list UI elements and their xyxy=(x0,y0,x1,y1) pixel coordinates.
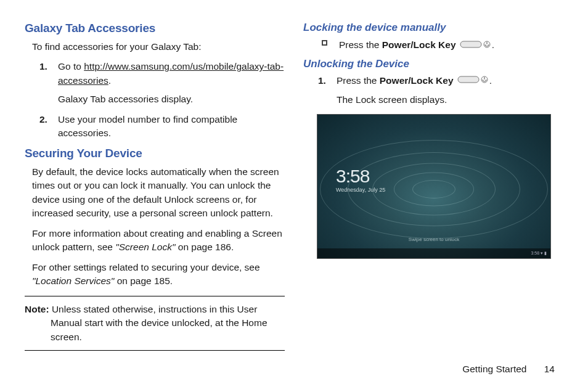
note-label: Note: xyxy=(25,304,49,314)
text: on page 185. xyxy=(114,276,173,286)
lock-time: 3:58 xyxy=(336,167,385,186)
heading-securing: Securing Your Device xyxy=(25,147,285,160)
svg-rect-3 xyxy=(458,76,479,83)
status-time: 3:58 xyxy=(531,251,539,255)
location-services-ref: "Location Services" xyxy=(32,276,114,286)
unlocking-steps: 1. Press the Power/Lock Key . The Lock s… xyxy=(318,74,563,107)
heading-accessories: Galaxy Tab Accessories xyxy=(25,22,285,35)
text: on page 186. xyxy=(175,242,234,252)
text: Press the xyxy=(339,39,382,50)
power-lock-key-icon xyxy=(460,38,491,52)
text: . xyxy=(492,39,494,50)
power-lock-key-icon xyxy=(457,74,488,88)
text: Press the xyxy=(337,75,380,86)
left-column: Galaxy Tab Accessories To find accessori… xyxy=(25,22,285,351)
svg-rect-0 xyxy=(460,41,481,47)
samsung-accessories-link[interactable]: http://www.samsung.com/us/mobile/galaxy-… xyxy=(58,61,284,85)
securing-p3: For other settings related to securing y… xyxy=(32,261,285,288)
locking-bullets: Press the Power/Lock Key . xyxy=(322,38,563,53)
note-block: Note: Unless stated otherwise, instructi… xyxy=(25,296,285,351)
lock-screen-screenshot: 3:58 Wednesday, July 25 Swipe screen to … xyxy=(317,114,551,259)
text: Go to xyxy=(58,61,84,71)
right-column: Locking the device manually Press the Po… xyxy=(303,22,563,351)
power-lock-key-label: Power/Lock Key xyxy=(380,75,454,86)
step-number: 1. xyxy=(318,74,326,88)
heading-locking: Locking the device manually xyxy=(303,22,563,34)
page-number: 14 xyxy=(544,364,555,374)
step-1-sub: The Lock screen displays. xyxy=(337,93,563,107)
screen-lock-ref: "Screen Lock" xyxy=(115,242,175,252)
heading-unlocking: Unlocking the Device xyxy=(303,58,563,70)
step-text: Use your model number to find compatible… xyxy=(58,114,237,138)
securing-p2: For more information about creating and … xyxy=(32,227,285,255)
text: . xyxy=(108,75,111,86)
square-bullet-icon xyxy=(322,40,327,46)
note-text: Unless stated otherwise, instructions in… xyxy=(49,304,267,342)
power-lock-key-label: Power/Lock Key xyxy=(382,39,456,50)
page-footer: Getting Started 14 xyxy=(462,364,555,375)
securing-p1: By default, the device locks automatical… xyxy=(32,165,285,221)
status-bar: 3:58 ▾ ▮ xyxy=(317,248,550,258)
step-1: 1. Go to http://www.samsung.com/us/mobil… xyxy=(39,60,285,106)
step-1-sub: Galaxy Tab accessories display. xyxy=(58,92,285,106)
accessories-intro: To find accessories for your Galaxy Tab: xyxy=(32,40,285,54)
lock-clock: 3:58 Wednesday, July 25 xyxy=(336,167,385,193)
accessories-steps: 1. Go to http://www.samsung.com/us/mobil… xyxy=(39,60,285,140)
bullet-item: Press the Power/Lock Key . xyxy=(322,38,563,53)
step-1: 1. Press the Power/Lock Key . The Lock s… xyxy=(318,74,563,107)
section-name: Getting Started xyxy=(462,364,526,374)
lock-date: Wednesday, July 25 xyxy=(336,187,385,193)
swipe-hint: Swipe screen to unlock xyxy=(409,237,459,242)
step-number: 1. xyxy=(39,60,47,73)
step-text: Go to http://www.samsung.com/us/mobile/g… xyxy=(58,61,284,85)
text: . xyxy=(489,75,492,86)
manual-page: Galaxy Tab Accessories To find accessori… xyxy=(25,22,563,351)
text: For other settings related to securing y… xyxy=(32,262,260,272)
step-number: 2. xyxy=(39,113,47,126)
step-2: 2. Use your model number to find compati… xyxy=(39,113,285,141)
